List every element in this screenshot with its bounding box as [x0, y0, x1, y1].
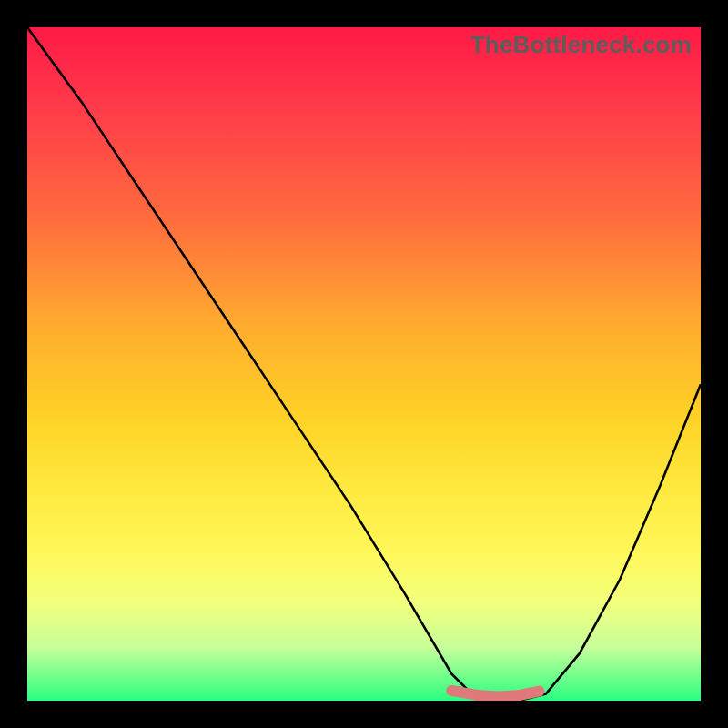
curve-layer [27, 27, 701, 701]
bottleneck-curve-path [27, 27, 701, 701]
plot-area: TheBottleneck.com [27, 27, 701, 701]
optimal-band-path [451, 691, 539, 697]
chart-container: TheBottleneck.com [0, 0, 728, 728]
